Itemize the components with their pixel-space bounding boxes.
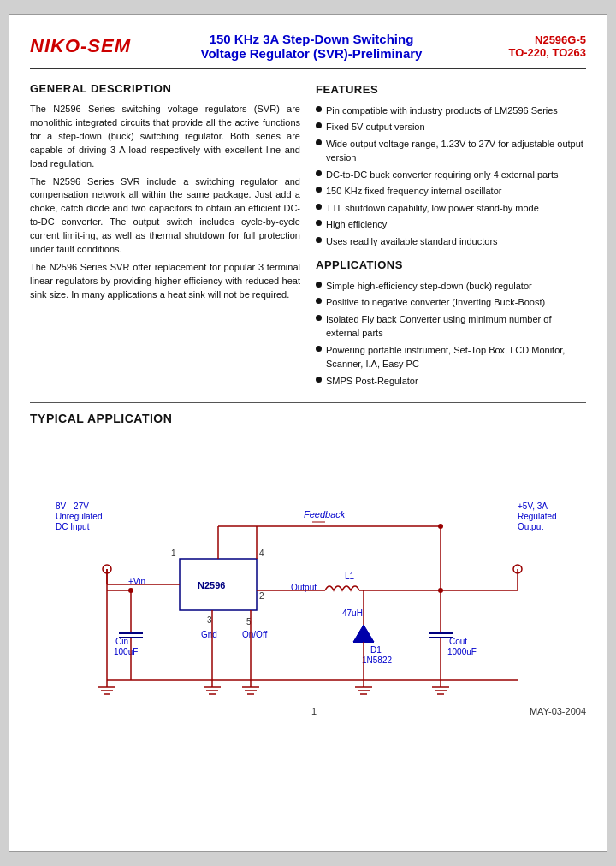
typical-application-title: TYPICAL APPLICATION: [30, 412, 586, 425]
svg-marker-38: [353, 625, 374, 642]
typical-application-section: TYPICAL APPLICATION 8V - 27V Unregulated…: [30, 412, 586, 697]
title-sub: Voltage Regulator (SVR)-Preliminary: [131, 46, 492, 61]
title-main: 150 KHz 3A Step-Down Switching: [131, 32, 492, 46]
bullet-icon: [316, 220, 322, 226]
svg-text:D1: D1: [370, 645, 382, 655]
svg-text:Feedback: Feedback: [304, 509, 346, 519]
publication-date: MAY-03-2004: [530, 706, 586, 716]
svg-text:47uH: 47uH: [342, 608, 363, 618]
general-desc-p2: The N2596 Series SVR include a switching…: [30, 175, 300, 258]
feature-item: DC-to-DC buck converter requiring only 4…: [316, 168, 586, 182]
features-list: Pin compatible with industry products of…: [316, 104, 586, 249]
general-desc-p1: The N2596 Series switching voltage regul…: [30, 103, 300, 171]
svg-text:100uF: 100uF: [114, 647, 138, 656]
svg-text:+5V, 3A: +5V, 3A: [518, 501, 548, 511]
svg-point-76: [438, 524, 443, 529]
application-item: SMPS Post-Regulator: [316, 374, 586, 389]
package-type: TO-220, TO263: [492, 46, 586, 59]
svg-text:2: 2: [259, 591, 264, 601]
svg-text:1N5822: 1N5822: [362, 655, 392, 665]
svg-text:Gnd: Gnd: [201, 630, 217, 639]
features-applications-section: FEATURES Pin compatible with industry pr…: [316, 81, 586, 390]
applications-list: Simple high-efficiency step-down (buck) …: [316, 279, 586, 389]
bullet-icon: [316, 204, 322, 210]
svg-text:Unregulated: Unregulated: [56, 512, 102, 521]
circuit-svg: 8V - 27V Unregulated DC Input +Vin 1 N25…: [30, 432, 588, 697]
circuit-diagram: 8V - 27V Unregulated DC Input +Vin 1 N25…: [30, 432, 586, 697]
feature-item: High efficiency: [316, 217, 586, 232]
page-number: 1: [98, 706, 530, 716]
svg-text:L1: L1: [345, 572, 355, 581]
application-item: Simple high-efficiency step-down (buck) …: [316, 279, 586, 294]
bullet-icon: [316, 237, 322, 243]
header-part-info: N2596G-5 TO-220, TO263: [492, 33, 586, 59]
svg-text:3: 3: [207, 615, 212, 625]
feature-item: TTL shutdown capability, low power stand…: [316, 201, 586, 216]
application-item: Powering portable instrument, Set-Top Bo…: [316, 343, 586, 371]
svg-text:8V - 27V: 8V - 27V: [56, 501, 89, 511]
general-description-title: GENERAL DESCRIPTION: [30, 81, 300, 98]
general-desc-p3: The N2596 Series SVR offer replacement f…: [30, 261, 300, 302]
bullet-icon: [316, 377, 322, 383]
section-divider: [30, 402, 586, 403]
header-title: 150 KHz 3A Step-Down Switching Voltage R…: [131, 32, 492, 61]
application-item: Positive to negative converter (Invertin…: [316, 295, 586, 310]
bullet-icon: [316, 170, 322, 176]
feature-item: Wide output voltage range, 1.23V to 27V …: [316, 137, 586, 165]
brand-logo: NIKO-SEM: [30, 35, 131, 57]
svg-text:N2596: N2596: [198, 580, 225, 590]
features-title: FEATURES: [316, 81, 586, 98]
page-footer: 1 MAY-03-2004: [30, 706, 586, 716]
svg-point-75: [438, 588, 443, 593]
page-header: NIKO-SEM 150 KHz 3A Step-Down Switching …: [30, 32, 586, 69]
bullet-icon: [316, 187, 322, 193]
applications-title: APPLICATIONS: [316, 257, 586, 274]
svg-text:Regulated: Regulated: [518, 512, 557, 521]
svg-text:DC Input: DC Input: [56, 522, 90, 531]
svg-text:1: 1: [171, 549, 176, 558]
feature-item: 150 KHz fixed frequency internal oscilla…: [316, 184, 586, 199]
svg-point-77: [128, 588, 133, 593]
svg-text:4: 4: [259, 549, 264, 558]
part-number: N2596G-5: [492, 33, 586, 46]
bullet-icon: [316, 106, 322, 112]
feature-item: Pin compatible with industry products of…: [316, 104, 586, 118]
bullet-icon: [316, 282, 322, 288]
svg-text:On/Off: On/Off: [242, 630, 267, 639]
bullet-icon: [316, 122, 322, 128]
application-item: Isolated Fly back Converter using minimu…: [316, 312, 586, 341]
bullet-icon: [316, 315, 322, 321]
main-content: GENERAL DESCRIPTION The N2596 Series swi…: [30, 81, 586, 390]
datasheet-page: NIKO-SEM 150 KHz 3A Step-Down Switching …: [9, 14, 607, 852]
general-description-section: GENERAL DESCRIPTION The N2596 Series swi…: [30, 81, 300, 390]
bullet-icon: [316, 298, 322, 304]
svg-text:1000uF: 1000uF: [447, 647, 477, 656]
bullet-icon: [316, 139, 322, 145]
feature-item: Fixed 5V output version: [316, 120, 586, 134]
svg-text:Output: Output: [518, 522, 543, 531]
bullet-icon: [316, 346, 322, 352]
feature-item: Uses readily available standard inductor…: [316, 234, 586, 249]
